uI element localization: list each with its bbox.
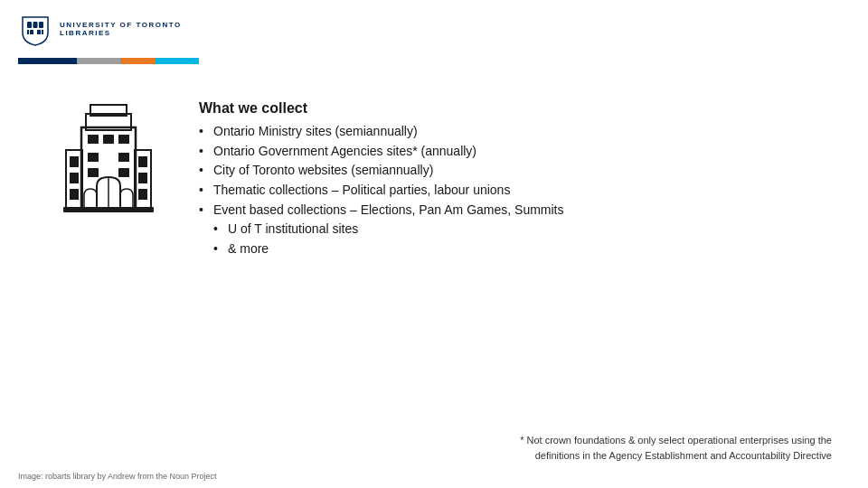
list-item: City of Toronto websites (semiannually) bbox=[199, 161, 832, 181]
svg-rect-15 bbox=[70, 173, 79, 183]
list-item: U of T institutional sites bbox=[199, 220, 832, 239]
bar-light-blue bbox=[156, 58, 199, 64]
main-content: What we collect Ontario Ministry sites (… bbox=[0, 73, 868, 268]
svg-rect-2 bbox=[33, 22, 38, 28]
header: UNIVERSITY OF TORONTO LIBRARIES bbox=[0, 0, 868, 64]
building-icon-container bbox=[54, 100, 163, 218]
svg-rect-5 bbox=[37, 30, 41, 34]
bar-dark bbox=[18, 58, 77, 64]
svg-rect-26 bbox=[88, 168, 99, 177]
svg-rect-17 bbox=[138, 156, 147, 167]
svg-rect-16 bbox=[70, 189, 79, 200]
list-item: Thematic collections – Political parties… bbox=[199, 181, 832, 201]
list-item: Ontario Government Agencies sites* (annu… bbox=[199, 142, 832, 162]
text-content: What we collect Ontario Ministry sites (… bbox=[199, 100, 832, 259]
color-bar bbox=[18, 58, 199, 64]
bar-gray bbox=[77, 58, 120, 64]
list-item: Event based collections – Elections, Pan… bbox=[199, 201, 832, 221]
svg-rect-18 bbox=[138, 173, 147, 183]
svg-rect-24 bbox=[88, 153, 99, 162]
libraries-name: LIBRARIES bbox=[60, 30, 182, 38]
logo-text-block: UNIVERSITY OF TORONTO LIBRARIES bbox=[60, 22, 182, 38]
svg-rect-6 bbox=[27, 30, 29, 34]
svg-rect-22 bbox=[118, 135, 129, 144]
footnote-line1: * Not crown foundations & only select op… bbox=[520, 433, 832, 448]
robarts-library-icon bbox=[59, 100, 158, 218]
svg-rect-1 bbox=[27, 22, 32, 28]
svg-rect-3 bbox=[39, 22, 43, 28]
list-item: Ontario Ministry sites (semiannually) bbox=[199, 122, 832, 142]
bar-orange bbox=[120, 58, 156, 64]
footnote-area: * Not crown foundations & only select op… bbox=[520, 433, 832, 463]
bullet-list: Ontario Ministry sites (semiannually) On… bbox=[199, 122, 832, 259]
svg-rect-25 bbox=[118, 153, 129, 162]
logo-area: UNIVERSITY OF TORONTO LIBRARIES bbox=[18, 13, 850, 47]
svg-rect-4 bbox=[30, 30, 33, 34]
svg-rect-14 bbox=[70, 156, 79, 167]
svg-rect-27 bbox=[118, 168, 129, 177]
svg-rect-20 bbox=[88, 135, 99, 144]
image-credit: Image: robarts library by Andrew from th… bbox=[18, 472, 217, 481]
list-item: & more bbox=[199, 239, 832, 259]
svg-rect-19 bbox=[138, 189, 147, 200]
uoft-logo-icon bbox=[18, 13, 52, 47]
svg-rect-7 bbox=[42, 30, 43, 34]
section-title: What we collect bbox=[199, 100, 832, 117]
footnote-line2: definitions in the Agency Establishment … bbox=[520, 448, 832, 464]
svg-rect-21 bbox=[103, 135, 114, 144]
